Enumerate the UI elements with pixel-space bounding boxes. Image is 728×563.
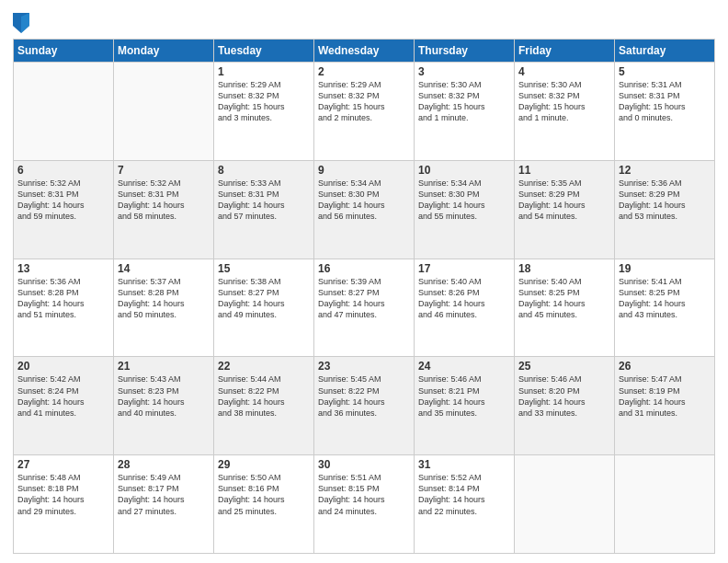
weekday-header-row: SundayMondayTuesdayWednesdayThursdayFrid… [14,40,715,63]
day-number: 11 [518,164,610,177]
day-cell: 10Sunrise: 5:34 AM Sunset: 8:30 PM Dayli… [415,160,515,259]
logo [13,13,33,33]
day-cell: 5Sunrise: 5:31 AM Sunset: 8:31 PM Daylig… [615,63,715,161]
day-cell: 23Sunrise: 5:45 AM Sunset: 8:22 PM Dayli… [314,357,415,455]
day-cell: 2Sunrise: 5:29 AM Sunset: 8:32 PM Daylig… [314,63,415,161]
day-number: 12 [619,164,711,177]
day-number: 7 [118,164,210,177]
day-number: 24 [418,360,510,373]
day-info: Sunrise: 5:42 AM Sunset: 8:24 PM Dayligh… [17,373,109,419]
calendar: SundayMondayTuesdayWednesdayThursdayFrid… [13,39,715,554]
day-cell: 9Sunrise: 5:34 AM Sunset: 8:30 PM Daylig… [314,160,415,259]
day-number: 21 [118,360,210,373]
day-number: 18 [518,262,610,275]
day-info: Sunrise: 5:46 AM Sunset: 8:20 PM Dayligh… [518,373,610,419]
day-info: Sunrise: 5:30 AM Sunset: 8:32 PM Dayligh… [418,79,510,124]
day-info: Sunrise: 5:49 AM Sunset: 8:17 PM Dayligh… [118,472,210,517]
day-number: 27 [17,458,109,471]
day-cell: 18Sunrise: 5:40 AM Sunset: 8:25 PM Dayli… [515,259,615,357]
day-info: Sunrise: 5:29 AM Sunset: 8:32 PM Dayligh… [318,79,410,124]
day-info: Sunrise: 5:29 AM Sunset: 8:32 PM Dayligh… [218,79,310,124]
day-info: Sunrise: 5:41 AM Sunset: 8:25 PM Dayligh… [619,276,711,321]
day-cell [114,63,214,161]
page: SundayMondayTuesdayWednesdayThursdayFrid… [0,0,728,563]
day-cell: 1Sunrise: 5:29 AM Sunset: 8:32 PM Daylig… [214,63,314,161]
day-number: 29 [218,458,310,471]
day-info: Sunrise: 5:47 AM Sunset: 8:19 PM Dayligh… [619,373,711,419]
day-cell: 19Sunrise: 5:41 AM Sunset: 8:25 PM Dayli… [615,259,715,357]
day-info: Sunrise: 5:48 AM Sunset: 8:18 PM Dayligh… [17,472,109,517]
day-cell: 25Sunrise: 5:46 AM Sunset: 8:20 PM Dayli… [515,357,615,455]
day-number: 3 [418,65,510,78]
logo-icon [13,13,29,33]
day-info: Sunrise: 5:44 AM Sunset: 8:22 PM Dayligh… [218,373,310,419]
day-cell: 3Sunrise: 5:30 AM Sunset: 8:32 PM Daylig… [415,63,515,161]
week-row-3: 13Sunrise: 5:36 AM Sunset: 8:28 PM Dayli… [14,259,715,357]
day-number: 14 [118,262,210,275]
day-info: Sunrise: 5:36 AM Sunset: 8:28 PM Dayligh… [17,276,109,321]
day-cell: 28Sunrise: 5:49 AM Sunset: 8:17 PM Dayli… [114,455,214,554]
day-number: 25 [518,360,610,373]
day-number: 1 [218,65,310,78]
day-info: Sunrise: 5:36 AM Sunset: 8:29 PM Dayligh… [619,178,711,223]
day-info: Sunrise: 5:30 AM Sunset: 8:32 PM Dayligh… [518,79,610,124]
header [13,9,715,33]
day-number: 6 [17,164,109,177]
day-number: 16 [318,262,410,275]
day-info: Sunrise: 5:34 AM Sunset: 8:30 PM Dayligh… [418,178,510,223]
weekday-header-friday: Friday [515,40,615,63]
day-info: Sunrise: 5:50 AM Sunset: 8:16 PM Dayligh… [218,472,310,517]
day-number: 22 [218,360,310,373]
day-info: Sunrise: 5:32 AM Sunset: 8:31 PM Dayligh… [118,178,210,223]
day-info: Sunrise: 5:43 AM Sunset: 8:23 PM Dayligh… [118,373,210,419]
day-number: 20 [17,360,109,373]
day-cell: 27Sunrise: 5:48 AM Sunset: 8:18 PM Dayli… [14,455,114,554]
day-info: Sunrise: 5:45 AM Sunset: 8:22 PM Dayligh… [318,373,410,419]
day-info: Sunrise: 5:40 AM Sunset: 8:25 PM Dayligh… [518,276,610,321]
week-row-5: 27Sunrise: 5:48 AM Sunset: 8:18 PM Dayli… [14,455,715,554]
day-info: Sunrise: 5:32 AM Sunset: 8:31 PM Dayligh… [17,178,109,223]
day-info: Sunrise: 5:38 AM Sunset: 8:27 PM Dayligh… [218,276,310,321]
day-cell: 11Sunrise: 5:35 AM Sunset: 8:29 PM Dayli… [515,160,615,259]
day-number: 2 [318,65,410,78]
week-row-2: 6Sunrise: 5:32 AM Sunset: 8:31 PM Daylig… [14,160,715,259]
weekday-header-wednesday: Wednesday [314,40,415,63]
day-cell: 31Sunrise: 5:52 AM Sunset: 8:14 PM Dayli… [415,455,515,554]
day-cell: 22Sunrise: 5:44 AM Sunset: 8:22 PM Dayli… [214,357,314,455]
week-row-4: 20Sunrise: 5:42 AM Sunset: 8:24 PM Dayli… [14,357,715,455]
day-info: Sunrise: 5:33 AM Sunset: 8:31 PM Dayligh… [218,178,310,223]
day-cell: 12Sunrise: 5:36 AM Sunset: 8:29 PM Dayli… [615,160,715,259]
day-number: 8 [218,164,310,177]
weekday-header-sunday: Sunday [14,40,114,63]
day-cell: 17Sunrise: 5:40 AM Sunset: 8:26 PM Dayli… [415,259,515,357]
day-number: 15 [218,262,310,275]
day-info: Sunrise: 5:51 AM Sunset: 8:15 PM Dayligh… [318,472,410,517]
day-number: 28 [118,458,210,471]
day-info: Sunrise: 5:40 AM Sunset: 8:26 PM Dayligh… [418,276,510,321]
weekday-header-thursday: Thursday [415,40,515,63]
day-cell: 7Sunrise: 5:32 AM Sunset: 8:31 PM Daylig… [114,160,214,259]
day-info: Sunrise: 5:35 AM Sunset: 8:29 PM Dayligh… [518,178,610,223]
day-cell: 26Sunrise: 5:47 AM Sunset: 8:19 PM Dayli… [615,357,715,455]
day-cell: 24Sunrise: 5:46 AM Sunset: 8:21 PM Dayli… [415,357,515,455]
day-number: 26 [619,360,711,373]
day-number: 31 [418,458,510,471]
weekday-header-monday: Monday [114,40,214,63]
day-cell: 30Sunrise: 5:51 AM Sunset: 8:15 PM Dayli… [314,455,415,554]
day-info: Sunrise: 5:39 AM Sunset: 8:27 PM Dayligh… [318,276,410,321]
day-number: 17 [418,262,510,275]
day-cell: 21Sunrise: 5:43 AM Sunset: 8:23 PM Dayli… [114,357,214,455]
day-number: 4 [518,65,610,78]
day-cell: 4Sunrise: 5:30 AM Sunset: 8:32 PM Daylig… [515,63,615,161]
week-row-1: 1Sunrise: 5:29 AM Sunset: 8:32 PM Daylig… [14,63,715,161]
weekday-header-tuesday: Tuesday [214,40,314,63]
day-number: 5 [619,65,711,78]
day-cell: 16Sunrise: 5:39 AM Sunset: 8:27 PM Dayli… [314,259,415,357]
day-info: Sunrise: 5:34 AM Sunset: 8:30 PM Dayligh… [318,178,410,223]
day-number: 23 [318,360,410,373]
day-number: 30 [318,458,410,471]
day-cell: 8Sunrise: 5:33 AM Sunset: 8:31 PM Daylig… [214,160,314,259]
day-cell: 15Sunrise: 5:38 AM Sunset: 8:27 PM Dayli… [214,259,314,357]
day-number: 13 [17,262,109,275]
day-info: Sunrise: 5:46 AM Sunset: 8:21 PM Dayligh… [418,373,510,419]
